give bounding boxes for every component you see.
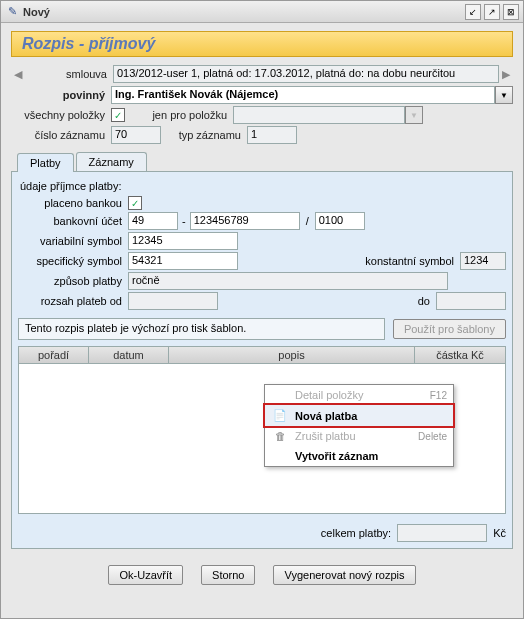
cislo-field: 70 [111,126,161,144]
ks-label: konstantní symbol [365,255,460,267]
ss-field[interactable]: 54321 [128,252,238,270]
ucet-prefix-field[interactable]: 49 [128,212,178,230]
ucet-label: bankovní účet [18,215,128,227]
cislo-label: číslo záznamu [11,129,111,141]
col-castka[interactable]: částka Kč [415,347,505,363]
placeno-label: placeno bankou [18,197,128,209]
smlouva-field: 013/2012-user 1, platná od: 17.03.2012, … [113,65,499,83]
ok-close-button[interactable]: Ok-Uzavřít [108,565,183,585]
page-title: Rozpis - příjmový [22,35,502,53]
col-poradi[interactable]: pořadí [19,347,89,363]
vs-label: variabilní symbol [18,235,128,247]
tab-zaznamy[interactable]: Záznamy [76,152,147,171]
next-icon[interactable]: ▶ [499,68,513,81]
edit-icon: ✎ [5,5,19,19]
grid-body[interactable]: Detail položky F12 📄 Nová platba 🗑 Zruši… [18,364,506,514]
rozsah-label: rozsah plateb od [18,295,128,307]
do-label: do [418,295,436,307]
povinny-value: Ing. František Novák (Nájemce) [111,86,495,104]
window: ✎ Nový ↙ ↗ ⊠ Rozpis - příjmový ◀ smlouva… [0,0,524,619]
jenpro-combo[interactable]: ▼ [233,106,423,124]
povinny-label: povinný [11,89,111,101]
prev-icon[interactable]: ◀ [11,68,25,81]
total-field [397,524,487,542]
dropdown-icon: ▼ [405,106,423,124]
typ-label: typ záznamu [161,129,247,141]
total-label: celkem platby: [321,527,391,539]
ks-field: 1234 [460,252,506,270]
dropdown-icon[interactable]: ▼ [495,86,513,104]
template-info: Tento rozpis plateb je výchozí pro tisk … [18,318,385,340]
tab-bar: Platby Záznamy [17,152,513,171]
col-datum[interactable]: datum [89,347,169,363]
template-button: Použít pro šablony [393,319,506,339]
maximize-button[interactable]: ↗ [484,4,500,20]
context-menu: Detail položky F12 📄 Nová platba 🗑 Zruši… [264,384,454,467]
zpusob-field: ročně [128,272,448,290]
ctx-detail: Detail položky F12 [265,385,453,405]
vsechny-label: všechny položky [11,109,111,121]
jenpro-label: jen pro položku [143,109,233,121]
tab-panel-platby: údaje příjmce platby: placeno bankou ✓ b… [11,171,513,549]
col-popis[interactable]: popis [169,347,415,363]
rozsah-od-field [128,292,218,310]
slash: / [300,215,315,227]
ss-label: specifický symbol [18,255,128,267]
regenerate-button[interactable]: Vygenerovat nový rozpis [273,565,415,585]
window-title: Nový [23,6,462,18]
delete-icon: 🗑 [271,430,289,442]
minimize-button[interactable]: ↙ [465,4,481,20]
new-payment-icon: 📄 [271,409,289,422]
tab-platby[interactable]: Platby [17,153,74,172]
typ-field: 1 [247,126,297,144]
page-header: Rozpis - příjmový [11,31,513,57]
zpusob-label: způsob platby [18,275,128,287]
vsechny-checkbox[interactable]: ✓ [111,108,125,122]
rozsah-do-field [436,292,506,310]
smlouva-label: smlouva [25,68,113,80]
placeno-checkbox[interactable]: ✓ [128,196,142,210]
storno-button[interactable]: Storno [201,565,255,585]
total-unit: Kč [493,527,506,539]
povinny-combo[interactable]: Ing. František Novák (Nájemce) ▼ [111,86,513,104]
ctx-nova-platba[interactable]: 📄 Nová platba [265,405,453,426]
footer-buttons: Ok-Uzavřít Storno Vygenerovat nový rozpi… [7,565,517,585]
titlebar: ✎ Nový ↙ ↗ ⊠ [1,1,523,23]
ctx-vytvorit[interactable]: Vytvořit záznam [265,446,453,466]
udaje-label: údaje příjmce platby: [20,180,506,192]
close-button[interactable]: ⊠ [503,4,519,20]
ucet-number-field[interactable]: 123456789 [190,212,300,230]
ctx-zrusit: 🗑 Zrušit platbu Delete [265,426,453,446]
ucet-bank-field[interactable]: 0100 [315,212,365,230]
grid-header: pořadí datum popis částka Kč [18,346,506,364]
dash: - [178,215,190,227]
jenpro-value [233,106,405,124]
vs-field[interactable]: 12345 [128,232,238,250]
